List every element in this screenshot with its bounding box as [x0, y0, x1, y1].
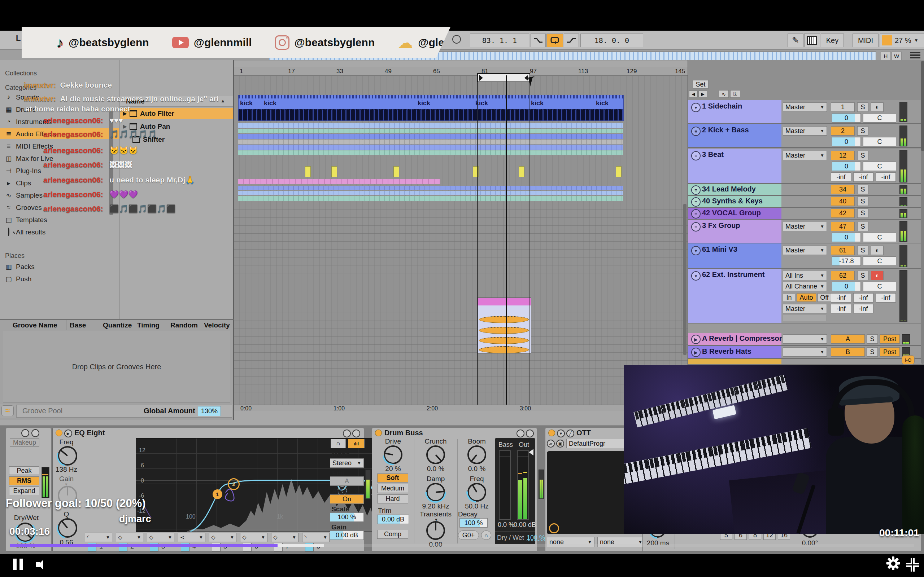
monitor-auto-button[interactable]: Auto: [796, 293, 816, 302]
automation-lane[interactable]: [238, 129, 623, 133]
chat-username[interactable]: arlenegascon06:: [43, 130, 103, 138]
drum-note-row[interactable]: [239, 109, 624, 121]
band-6-cell[interactable]: ◇▼ 6: [240, 533, 269, 551]
solo-button[interactable]: S: [857, 271, 868, 280]
track-number[interactable]: 2: [831, 126, 855, 135]
track-row[interactable]: ▾ 62 Ext. Instrument All Ins▼ All Channe…: [688, 269, 924, 324]
send-c-value[interactable]: -inf: [876, 172, 896, 182]
automation-lane[interactable]: [238, 145, 623, 150]
fold-icon[interactable]: ▶: [691, 335, 701, 344]
solo-button[interactable]: S: [867, 334, 878, 344]
chat-username[interactable]: arlenegascon06:: [43, 116, 103, 124]
monitor-in-button[interactable]: In: [783, 293, 795, 302]
input-channel-select[interactable]: All Channe▼: [783, 282, 827, 291]
track-name[interactable]: 2 Kick + Bass: [702, 126, 749, 134]
global-amount-value[interactable]: 130%: [198, 406, 221, 416]
track-number[interactable]: 61: [831, 246, 855, 255]
clip-name[interactable]: kick: [531, 100, 544, 107]
io-badge[interactable]: I-O: [901, 355, 914, 364]
pan-value[interactable]: -17.8: [832, 256, 861, 266]
band-3-cell[interactable]: ◇▼ 3: [147, 533, 176, 551]
damp-value[interactable]: 9.20 kHz: [415, 502, 456, 510]
send-a-value[interactable]: -inf: [831, 172, 851, 182]
clip[interactable]: [519, 166, 525, 177]
computer-midi-keyboard-icon[interactable]: [804, 34, 820, 47]
peak-button[interactable]: Peak: [9, 466, 39, 475]
clip-name[interactable]: kick: [418, 100, 430, 107]
automation-lane[interactable]: [238, 134, 623, 139]
clip[interactable]: [305, 166, 311, 177]
plugin-knob[interactable]: [549, 523, 559, 533]
group-icon[interactable]: ≡: [691, 209, 701, 219]
file-name[interactable]: Auto Filter: [140, 110, 174, 118]
device-title[interactable]: EQ Eight: [74, 429, 105, 437]
automation-lane[interactable]: [238, 191, 623, 195]
empty-chooser[interactable]: [783, 315, 827, 321]
soft-button[interactable]: Soft: [377, 474, 408, 482]
arrangement-scrollbar[interactable]: [683, 204, 687, 355]
drum-buss-device[interactable]: Drum Buss Drive 20 % Soft Medium Hard Tr…: [372, 428, 537, 552]
band-7-cell[interactable]: ◇▼ 7: [271, 533, 300, 551]
device-on-toggle[interactable]: [548, 429, 555, 436]
group-icon[interactable]: ≡: [691, 127, 701, 136]
groove-col-base[interactable]: Base: [69, 321, 86, 329]
loop-length-field[interactable]: 18. 0. 0: [580, 34, 643, 47]
track-row[interactable]: ≡ 40 Synths & Keys 40 S: [688, 196, 924, 208]
device-icon-button[interactable]: [21, 429, 29, 437]
groove-col-name[interactable]: Groove Name: [13, 321, 57, 329]
track-row[interactable]: ▾ 61 Mini V3 Master▼ 61 S ◐ -17.8 C: [688, 243, 924, 269]
key-map-button[interactable]: Key: [821, 34, 844, 47]
q-knob[interactable]: [58, 518, 77, 538]
live-menu[interactable]: L: [16, 34, 21, 43]
track-name[interactable]: 1 Sidechain: [702, 102, 742, 110]
automation-lane[interactable]: [238, 123, 623, 128]
track-number[interactable]: 47: [831, 222, 855, 231]
output-gain-value[interactable]: 0.00 dB: [330, 530, 364, 540]
band-8-cell[interactable]: ◝▼ 8: [302, 533, 331, 551]
kick-track-lane[interactable]: kick kick kick kick kick kick: [238, 95, 624, 121]
pan-value[interactable]: 0: [832, 137, 861, 147]
drive-knob[interactable]: [384, 445, 402, 464]
sidebar-item-push[interactable]: Push: [16, 275, 31, 283]
chat-username[interactable]: arlenegascon06:: [43, 146, 103, 154]
cpu-dropdown-icon[interactable]: ▼: [914, 38, 919, 43]
solo-button[interactable]: S: [857, 246, 868, 255]
solo-button[interactable]: S: [857, 222, 868, 231]
send-a-value[interactable]: -inf: [831, 293, 851, 303]
chat-username[interactable]: immxtvr:: [24, 81, 56, 89]
fold-icon[interactable]: ▾: [691, 246, 701, 255]
chat-username[interactable]: immxtvr:: [24, 95, 56, 103]
output-routing-select[interactable]: Master▼: [783, 102, 827, 112]
fx-clip-lane[interactable]: [238, 166, 623, 178]
comp-button[interactable]: Comp: [377, 530, 408, 539]
automation-lane[interactable]: [238, 186, 623, 190]
clip[interactable]: [616, 166, 622, 177]
beat-time-ruler[interactable]: 1 17 33 49 65 81 97 113 129 145: [234, 67, 688, 76]
mode-select[interactable]: Stereo▼: [330, 458, 364, 468]
crunch-value[interactable]: 0.0 %: [415, 465, 456, 473]
clip-name[interactable]: kick: [240, 100, 253, 107]
follow-icon[interactable]: [452, 35, 461, 44]
crossfade-button[interactable]: C: [863, 137, 896, 147]
sidebar-item-plug-ins[interactable]: Plug-Ins: [16, 167, 41, 175]
track-number[interactable]: 42: [831, 208, 855, 218]
track-number[interactable]: 40: [831, 197, 855, 206]
file-row-selected[interactable]: ▶ Auto Filter: [120, 108, 233, 119]
fold-icon[interactable]: ▾: [691, 271, 701, 280]
loop-brace[interactable]: [477, 73, 530, 82]
boom-knob[interactable]: [467, 445, 486, 464]
pan-value[interactable]: 0: [832, 282, 861, 291]
device-hot-swap-button[interactable]: [343, 429, 351, 437]
plugin-fold-icon[interactable]: ▼: [557, 429, 565, 437]
set-button[interactable]: Set: [693, 80, 709, 89]
spectrum-toggle-button[interactable]: ılıl: [348, 439, 365, 448]
track-name[interactable]: 34 Lead Melody: [702, 185, 756, 193]
pre-post-button[interactable]: Post: [880, 347, 900, 357]
transients-knob[interactable]: [426, 521, 445, 540]
freq-knob[interactable]: [58, 446, 77, 466]
minute-ruler[interactable]: 0:00 1:00 2:00 3:00: [234, 405, 688, 411]
groove-pool-toggle[interactable]: ≈: [2, 405, 14, 416]
track-name[interactable]: 3 Beat: [702, 150, 724, 159]
boom-freq-knob[interactable]: [467, 483, 486, 501]
file-name[interactable]: Auto Pan: [140, 122, 170, 131]
